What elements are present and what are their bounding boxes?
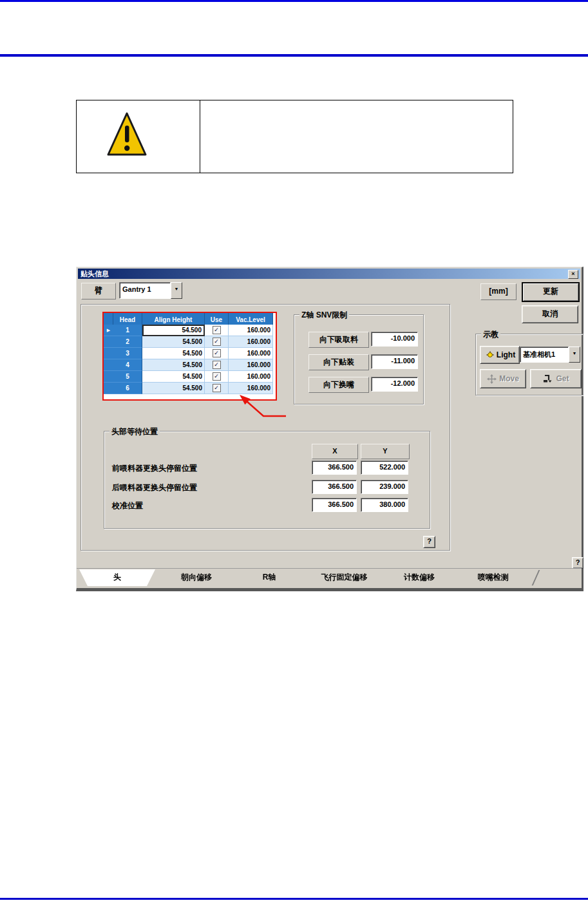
vac-level-cell[interactable]: 160.000 xyxy=(229,359,273,371)
head-table-annotation-border: Head Align Height Use Vac.Level ▶ 1 54.5… xyxy=(102,312,277,401)
help-button-dialog[interactable]: ? xyxy=(572,557,583,569)
use-cell[interactable]: ✓ xyxy=(205,371,229,383)
units-label: [mm] xyxy=(480,283,517,300)
checkbox-checked-icon[interactable]: ✓ xyxy=(213,337,221,346)
use-cell[interactable]: ✓ xyxy=(205,348,229,359)
use-cell[interactable]: ✓ xyxy=(205,325,229,336)
tab-r-axis[interactable]: R轴 xyxy=(233,569,305,586)
row-selector-icon: ▶ xyxy=(104,325,113,336)
help-button[interactable]: ? xyxy=(423,536,435,548)
cancel-button[interactable]: 取消 xyxy=(522,305,578,323)
align-height-cell[interactable]: 54.500 xyxy=(142,348,205,359)
align-height-cell[interactable]: 54.500 xyxy=(142,336,205,348)
camera-select-value: 基准相机1 xyxy=(520,347,569,363)
teach-group: 示教 Light 基准相机1 ▼ xyxy=(475,334,583,395)
head-wait-group: 头部等待位置 X Y 前喂料器更换头停留位置 366.500 522.000 后… xyxy=(104,431,430,529)
vac-level-cell[interactable]: 160.000 xyxy=(229,325,273,336)
dialog-title: 贴头信息 xyxy=(81,270,109,278)
snv-nozzle-label: 向下换嘴 xyxy=(308,377,369,393)
column-header-y: Y xyxy=(361,444,410,459)
tab-flight-fixed-offset[interactable]: 飞行固定偏移 xyxy=(307,569,382,586)
get-tool-icon xyxy=(542,374,553,384)
row-selector-cell xyxy=(104,383,113,394)
head-number-cell[interactable]: 4 xyxy=(113,359,142,371)
page-top-rule xyxy=(0,0,588,2)
dialog-titlebar: 贴头信息 × xyxy=(78,269,580,279)
head-wait-group-title: 头部等待位置 xyxy=(109,426,160,437)
align-height-cell[interactable]: 54.500 xyxy=(142,371,205,383)
tab-strip: 头 朝向偏移 R轴 飞行固定偏移 计数偏移 喷嘴检测 xyxy=(77,568,582,588)
tab-orientation-offset[interactable]: 朝向偏移 xyxy=(161,569,232,586)
move-button[interactable]: Move xyxy=(480,369,526,388)
checkbox-checked-icon[interactable]: ✓ xyxy=(213,372,221,381)
use-cell[interactable]: ✓ xyxy=(205,383,229,394)
row-selector-cell xyxy=(104,371,113,383)
main-panel: Head Align Height Use Vac.Level ▶ 1 54.5… xyxy=(81,304,450,551)
column-header-x: X xyxy=(312,444,358,459)
head-number-cell[interactable]: 5 xyxy=(113,371,142,383)
chevron-down-icon[interactable]: ▼ xyxy=(171,282,182,299)
row-selector-cell xyxy=(104,336,113,348)
vac-level-cell[interactable]: 160.000 xyxy=(229,348,273,359)
calibration-y-field[interactable]: 380.000 xyxy=(361,498,408,512)
snv-pick-value[interactable]: -10.000 xyxy=(371,332,418,347)
checkbox-checked-icon[interactable]: ✓ xyxy=(213,349,221,357)
head-number-cell[interactable]: 1 xyxy=(113,325,142,336)
light-button-label: Light xyxy=(497,347,515,363)
update-button[interactable]: 更新 xyxy=(522,282,580,302)
front-feeder-y-field[interactable]: 522.000 xyxy=(361,461,408,475)
checkbox-checked-icon[interactable]: ✓ xyxy=(213,361,221,369)
align-height-cell[interactable]: 54.500 xyxy=(142,359,205,371)
chevron-down-icon[interactable]: ▼ xyxy=(569,347,580,363)
head-number-cell[interactable]: 3 xyxy=(113,348,142,359)
rear-feeder-position-label: 后喂料器更换头停留位置 xyxy=(112,482,197,493)
document-page: 贴头信息 × 臂 Gantry 1 ▼ [mm] 更新 取消 Head Alig… xyxy=(0,0,588,903)
page-footer-rule xyxy=(0,898,588,900)
warning-icon-cell xyxy=(77,100,200,173)
use-cell[interactable]: ✓ xyxy=(205,336,229,348)
snv-place-label: 向下贴装 xyxy=(308,354,369,370)
z-snv-group: Z轴 SNV限制 向下吸取料 -10.000 向下贴装 -11.000 向下换嘴… xyxy=(294,314,424,404)
rear-feeder-y-field[interactable]: 239.000 xyxy=(361,480,408,494)
row-selector-cell xyxy=(104,348,113,359)
gantry-select-value: Gantry 1 xyxy=(119,282,171,299)
front-feeder-x-field[interactable]: 366.500 xyxy=(312,461,357,475)
get-button[interactable]: Get xyxy=(530,369,582,388)
warning-callout-box xyxy=(76,100,513,173)
move-button-label: Move xyxy=(499,374,519,383)
teach-group-title: 示教 xyxy=(481,329,500,340)
head-info-dialog: 贴头信息 × 臂 Gantry 1 ▼ [mm] 更新 取消 Head Alig… xyxy=(76,267,583,591)
tab-strip-end-divider xyxy=(532,570,540,585)
camera-select[interactable]: 基准相机1 ▼ xyxy=(520,347,580,363)
tab-nozzle-check[interactable]: 喷嘴检测 xyxy=(457,569,530,586)
use-cell[interactable]: ✓ xyxy=(205,359,229,371)
tab-count-offset[interactable]: 计数偏移 xyxy=(383,569,455,586)
front-feeder-position-label: 前喂料器更换头停留位置 xyxy=(112,463,197,474)
snv-nozzle-value[interactable]: -12.000 xyxy=(371,377,418,392)
head-number-cell[interactable]: 2 xyxy=(113,336,142,348)
close-icon[interactable]: × xyxy=(568,270,578,279)
align-height-cell[interactable]: 54.500 xyxy=(142,325,205,336)
annotation-arrow xyxy=(236,392,294,424)
get-button-label: Get xyxy=(556,374,569,383)
arm-label: 臂 xyxy=(81,283,116,299)
move-cross-icon xyxy=(487,374,497,384)
vac-level-cell[interactable]: 160.000 xyxy=(229,336,273,348)
head-number-cell[interactable]: 6 xyxy=(113,383,142,394)
head-table: Head Align Height Use Vac.Level ▶ 1 54.5… xyxy=(104,313,273,394)
vac-level-cell[interactable]: 160.000 xyxy=(229,371,273,383)
align-height-cell[interactable]: 54.500 xyxy=(142,383,205,394)
tab-head[interactable]: 头 xyxy=(79,569,155,586)
snv-place-value[interactable]: -11.000 xyxy=(371,354,418,369)
warning-triangle-icon xyxy=(106,110,147,159)
z-snv-group-title: Z轴 SNV限制 xyxy=(299,310,349,321)
checkbox-checked-icon[interactable]: ✓ xyxy=(213,326,221,334)
checkbox-checked-icon[interactable]: ✓ xyxy=(213,384,221,392)
snv-pick-label: 向下吸取料 xyxy=(308,332,369,348)
calibration-x-field[interactable]: 366.500 xyxy=(312,498,357,512)
row-selector-cell xyxy=(104,359,113,371)
rear-feeder-x-field[interactable]: 366.500 xyxy=(312,480,357,494)
page-header-rule xyxy=(0,54,588,57)
light-button[interactable]: Light xyxy=(480,346,520,364)
gantry-select[interactable]: Gantry 1 ▼ xyxy=(119,282,182,299)
